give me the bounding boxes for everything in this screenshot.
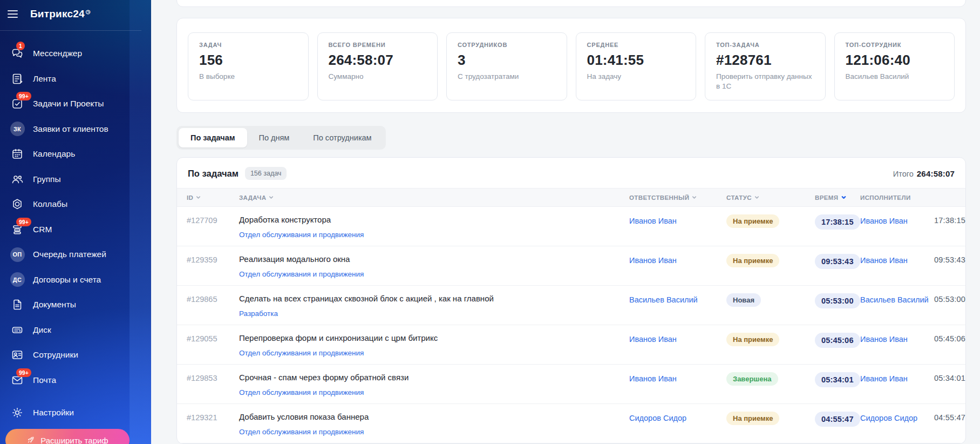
task-title[interactable]: Добавить условия показа баннера	[239, 412, 616, 422]
column-responsible[interactable]: ОТВЕТСТВЕННЫЙ	[629, 194, 726, 201]
table-row[interactable]: #127709 Доработка конструктора Отдел обс…	[177, 207, 965, 246]
column-executors[interactable]: ИСПОЛНИТЕЛИ	[860, 194, 934, 201]
gear-icon	[10, 405, 25, 420]
sidebar-item-tasks[interactable]: 99+ Задачи и Проекты	[0, 91, 151, 117]
sidebar-item-settings[interactable]: Настройки	[0, 400, 151, 426]
table-row[interactable]: #129865 Сделать на всех страницах сквозн…	[177, 286, 965, 325]
table-row[interactable]: #129055 Перепроверка форм и синхронизаци…	[177, 325, 965, 365]
sidebar-item-employees[interactable]: Сотрудники	[0, 342, 151, 368]
chevron-down-icon	[691, 194, 697, 200]
sidebar-item-contracts[interactable]: ДС Договоры и счета	[0, 267, 151, 293]
executor-link[interactable]: Васильев Василий	[860, 293, 934, 319]
rocket-icon	[26, 436, 36, 444]
status-cell: На приемке	[726, 214, 807, 240]
task-title[interactable]: Перепроверка форм и синхронизации с црм …	[239, 333, 616, 344]
stat-card-top-task: ТОП-ЗАДАЧА #128761 Проверить отправку да…	[705, 32, 826, 100]
time-badge: 09:53:43	[815, 254, 860, 269]
column-time-sorted[interactable]: ВРЕМЯ	[807, 194, 860, 201]
task-group-link[interactable]: Отдел обслуживания и продвижения	[239, 231, 364, 239]
sidebar-item-client-requests[interactable]: ЗК Заявки от клиентов	[0, 117, 151, 142]
sidebar-item-disk[interactable]: Диск	[0, 318, 151, 343]
sidebar-item-collabs[interactable]: Коллабы	[0, 192, 151, 217]
executor-link[interactable]: Сидоров Сидор	[860, 412, 934, 438]
sidebar-item-groups[interactable]: Группы	[0, 167, 151, 192]
tab-by-employees[interactable]: По сотрудникам	[301, 128, 383, 147]
badge-count: 99+	[16, 92, 31, 100]
status-badge: На приемке	[726, 214, 779, 228]
sidebar-item-mail[interactable]: 99+ Почта	[0, 368, 151, 393]
executor-link[interactable]: Иванов Иван	[860, 372, 934, 398]
main-content: ЗАДАЧ 156 В выборке ВСЕГО ВРЕМЕНИ 264:58…	[151, 0, 980, 444]
avatar-zk: ЗК	[10, 122, 25, 137]
badge-count: 99+	[16, 368, 31, 377]
mail-icon: 99+	[10, 373, 25, 388]
task-id: #127709	[177, 214, 239, 240]
task-title[interactable]: Срочная - спам через форму обратной связ…	[239, 372, 616, 383]
status-badge: Новая	[726, 293, 761, 307]
responsible-link[interactable]: Иванов Иван	[629, 254, 726, 280]
executor-link[interactable]: Иванов Иван	[860, 214, 934, 240]
chevron-down-icon	[195, 194, 201, 200]
status-badge: На приемке	[726, 412, 779, 425]
column-status[interactable]: СТАТУС	[726, 194, 807, 201]
task-title[interactable]: Доработка конструктора	[239, 214, 616, 225]
tab-by-days[interactable]: По дням	[247, 128, 302, 147]
responsible-link[interactable]: Васильев Василий	[629, 293, 726, 319]
responsible-link[interactable]: Иванов Иван	[629, 372, 726, 398]
task-cell: Добавить условия показа баннера Отдел об…	[239, 412, 629, 438]
executor-link[interactable]: Иванов Иван	[860, 254, 934, 280]
task-group-link[interactable]: Отдел обслуживания и продвижения	[239, 388, 364, 396]
responsible-link[interactable]: Иванов Иван	[629, 214, 726, 240]
chevron-down-icon	[841, 194, 847, 200]
executor-time: 05:53:00	[934, 293, 965, 319]
table-title: По задачам	[188, 169, 239, 179]
task-group-link[interactable]: Отдел обслуживания и продвижения	[239, 349, 364, 357]
calendar-icon	[10, 146, 25, 162]
tab-by-tasks[interactable]: По задачам	[179, 128, 247, 147]
status-cell: На приемке	[726, 333, 807, 359]
responsible-link[interactable]: Сидоров Сидор	[629, 412, 726, 438]
task-count-badge: 156 задач	[245, 167, 287, 180]
responsible-link[interactable]: Иванов Иван	[629, 333, 726, 359]
task-id: #129853	[177, 372, 239, 398]
sidebar-item-documents[interactable]: Документы	[0, 292, 151, 318]
tasks-table-panel: По задачам 156 задач Итого264:58:07 ID З…	[176, 157, 966, 444]
time-badge: 05:53:00	[815, 293, 860, 308]
task-title[interactable]: Реализация модального окна	[239, 254, 616, 265]
column-id[interactable]: ID	[177, 194, 239, 201]
status-badge: Завершена	[726, 372, 778, 386]
avatar-ds: ДС	[10, 272, 25, 287]
time-cell: 05:45:06	[807, 333, 860, 359]
column-header-row: ID ЗАДАЧА ОТВЕТСТВЕННЫЙ СТАТУС ВРЕМЯ	[177, 188, 965, 207]
sidebar-item-crm[interactable]: 99+ CRM	[0, 217, 151, 243]
app-window: Битрикс24◷ 1 Мессенджер Лента 99	[0, 0, 980, 444]
table-row[interactable]: #129359 Реализация модального окна Отдел…	[177, 246, 965, 286]
task-cell: Реализация модального окна Отдел обслужи…	[239, 254, 629, 280]
employees-icon	[10, 347, 25, 362]
sidebar-item-payment-queue[interactable]: ОП Очередь платежей	[0, 242, 151, 267]
clock-icon: ◷	[86, 9, 91, 15]
crm-icon: 99+	[10, 222, 25, 237]
executor-link[interactable]: Иванов Иван	[860, 333, 934, 359]
table-row[interactable]: #129853 Срочная - спам через форму обрат…	[177, 365, 965, 404]
time-cell: 09:53:43	[807, 254, 860, 280]
task-group-link[interactable]: Отдел обслуживания и продвижения	[239, 428, 364, 436]
menu-hamburger-icon[interactable]	[8, 6, 24, 22]
table-row[interactable]: #129321 Добавить условия показа баннера …	[177, 404, 965, 443]
chevron-down-icon	[754, 194, 760, 200]
app-logo[interactable]: Битрикс24◷	[30, 8, 91, 20]
upgrade-plan-button[interactable]: Расширить тариф	[5, 429, 130, 444]
task-group-link[interactable]: Отдел обслуживания и продвижения	[239, 270, 364, 278]
stat-card-top-employee: ТОП-СОТРУДНИК 121:06:40 Васильев Василий	[834, 32, 955, 100]
column-task[interactable]: ЗАДАЧА	[239, 194, 629, 201]
task-title[interactable]: Сделать на всех страницах сквозной блок …	[239, 293, 616, 304]
task-group-link[interactable]: Разработка	[239, 310, 278, 318]
sidebar-header: Битрикс24◷	[0, 0, 151, 28]
sidebar-item-feed[interactable]: Лента	[0, 66, 151, 92]
executor-time: 05:34:01	[934, 372, 965, 398]
collabs-icon	[10, 197, 25, 212]
sidebar-item-calendar[interactable]: Календарь	[0, 142, 151, 167]
executor-time: 09:53:43	[934, 254, 965, 280]
messenger-icon: 1	[10, 46, 25, 61]
sidebar-item-messenger[interactable]: 1 Мессенджер	[0, 41, 151, 66]
